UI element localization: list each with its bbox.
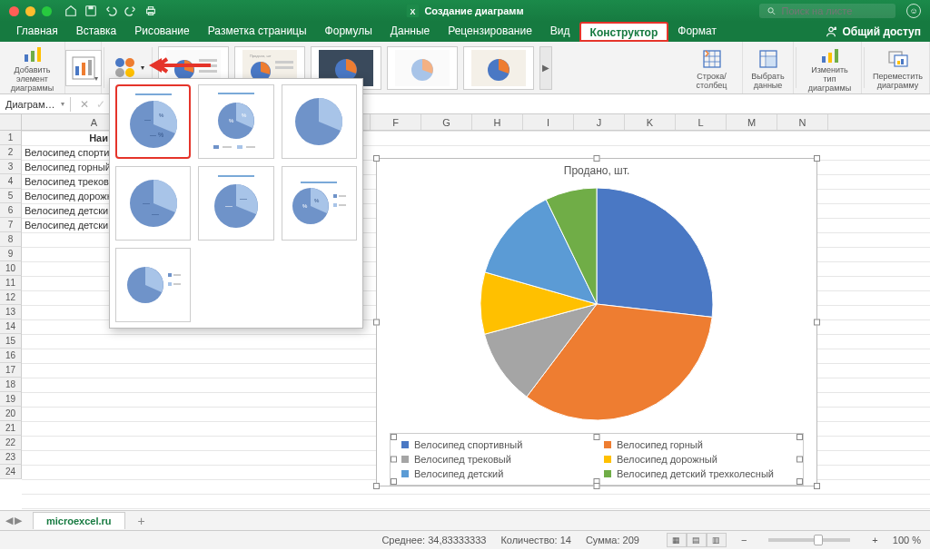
confirm-icon[interactable]: ✓: [96, 98, 105, 111]
tab-review[interactable]: Рецензирование: [439, 22, 541, 42]
column-header[interactable]: J: [574, 114, 625, 130]
close-window-icon[interactable]: [9, 6, 19, 16]
maximize-window-icon[interactable]: [42, 6, 52, 16]
chart-legend[interactable]: Велосипед спортивныйВелосипед горныйВело…: [390, 433, 804, 486]
row-header[interactable]: 8: [0, 232, 22, 247]
legend-item[interactable]: Велосипед горный: [604, 439, 792, 450]
undo-icon[interactable]: [104, 5, 117, 17]
layout-option-1[interactable]: —%— %: [115, 84, 191, 159]
row-header[interactable]: 24: [0, 465, 22, 479]
embedded-chart[interactable]: Продано, шт. Велосипед спортивныйВелосип…: [376, 158, 817, 486]
row-header[interactable]: 21: [0, 421, 22, 436]
save-icon[interactable]: [84, 5, 97, 17]
change-chart-type-button[interactable]: Изменить тип диаграммы: [798, 42, 862, 93]
chart-title[interactable]: Продано, шт.: [377, 159, 816, 177]
tab-data[interactable]: Данные: [381, 22, 439, 42]
add-chart-element-button[interactable]: Добавить элемент диаграммы: [0, 42, 65, 93]
zoom-in-icon[interactable]: +: [872, 535, 877, 545]
gallery-next-icon[interactable]: ▶: [539, 46, 552, 90]
legend-item[interactable]: Велосипед трековый: [401, 454, 589, 465]
sheet-tab[interactable]: microexcel.ru: [33, 512, 125, 529]
column-header[interactable]: F: [371, 114, 421, 130]
select-data-button[interactable]: Выбрать данные: [743, 42, 794, 93]
cell[interactable]: Велосипед спортивный: [22, 145, 111, 160]
view-page-break-icon[interactable]: ▥: [707, 533, 727, 547]
tab-chart-design[interactable]: Конструктор: [579, 22, 669, 42]
row-header[interactable]: 6: [0, 203, 22, 218]
quick-layout-button[interactable]: ▾: [65, 42, 102, 93]
row-header[interactable]: 2: [0, 145, 22, 160]
column-header[interactable]: K: [625, 114, 676, 130]
zoom-slider[interactable]: [768, 538, 850, 542]
tab-draw[interactable]: Рисование: [125, 22, 198, 42]
legend-item[interactable]: Велосипед детский трехколесный: [604, 468, 792, 479]
layout-option-5[interactable]: ——: [198, 166, 273, 241]
row-header[interactable]: 17: [0, 363, 22, 378]
row-header[interactable]: 14: [0, 319, 22, 334]
tab-format[interactable]: Формат: [668, 22, 726, 42]
chart-style-4[interactable]: [387, 46, 458, 90]
layout-option-3[interactable]: [282, 84, 357, 159]
row-header[interactable]: 23: [0, 450, 22, 465]
column-header[interactable]: L: [676, 114, 727, 130]
layout-option-7[interactable]: [115, 248, 191, 322]
column-header[interactable]: H: [472, 114, 523, 130]
tab-formulas[interactable]: Формулы: [316, 22, 381, 42]
feedback-icon[interactable]: ☺: [906, 4, 921, 18]
share-button[interactable]: Общий доступ: [825, 22, 921, 42]
row-header[interactable]: 20: [0, 407, 22, 421]
sheet-search[interactable]: [759, 4, 895, 18]
chart-style-5[interactable]: [463, 46, 534, 90]
tab-view[interactable]: Вид: [541, 22, 579, 42]
cell[interactable]: Велосипед дорожный: [22, 189, 111, 203]
column-header[interactable]: G: [421, 114, 472, 130]
cell[interactable]: Велосипед трековый: [22, 174, 111, 189]
select-all-corner[interactable]: [0, 114, 22, 131]
tab-insert[interactable]: Вставка: [67, 22, 126, 42]
zoom-level[interactable]: 100 %: [893, 535, 921, 545]
cell[interactable]: Велосипед детский: [22, 203, 111, 218]
row-header[interactable]: 16: [0, 349, 22, 363]
tab-page-layout[interactable]: Разметка страницы: [199, 22, 316, 42]
row-header[interactable]: 5: [0, 189, 22, 203]
row-header[interactable]: 15: [0, 334, 22, 349]
home-icon[interactable]: [64, 5, 77, 17]
print-icon[interactable]: [144, 5, 157, 17]
zoom-out-icon[interactable]: −: [741, 535, 747, 545]
sheet-nav-next-icon[interactable]: ▶: [15, 515, 22, 526]
search-input[interactable]: [782, 5, 888, 16]
row-header[interactable]: 9: [0, 247, 22, 261]
view-page-layout-icon[interactable]: ▤: [687, 533, 707, 547]
cancel-icon[interactable]: ✕: [80, 98, 89, 111]
legend-item[interactable]: Велосипед спортивный: [401, 439, 589, 450]
row-header[interactable]: 22: [0, 436, 22, 450]
row-header[interactable]: 3: [0, 160, 22, 174]
row-header[interactable]: 12: [0, 290, 22, 305]
column-header[interactable]: N: [777, 114, 828, 130]
sheet-nav-prev-icon[interactable]: ◀: [5, 515, 13, 526]
cell[interactable]: Велосипед горный: [22, 160, 111, 174]
legend-item[interactable]: Велосипед детский: [401, 468, 589, 479]
switch-row-col-button[interactable]: Строка/столбец: [681, 42, 743, 93]
row-header[interactable]: 13: [0, 305, 22, 319]
row-header[interactable]: 10: [0, 261, 22, 276]
add-sheet-button[interactable]: +: [131, 514, 153, 528]
name-box[interactable]: Диаграм…▾: [0, 97, 71, 112]
minimize-window-icon[interactable]: [25, 6, 35, 16]
layout-option-6[interactable]: %%: [282, 166, 357, 241]
layout-option-4[interactable]: ——: [115, 166, 191, 241]
redo-icon[interactable]: [124, 5, 137, 17]
cell[interactable]: Наи: [22, 131, 111, 145]
tab-home[interactable]: Главная: [7, 22, 67, 42]
view-normal-icon[interactable]: ▦: [667, 533, 687, 547]
row-header[interactable]: 18: [0, 378, 22, 392]
row-header[interactable]: 1: [0, 131, 22, 145]
column-header[interactable]: M: [727, 114, 777, 130]
move-chart-button[interactable]: Переместить диаграмму: [866, 42, 930, 93]
pie-chart[interactable]: [475, 182, 718, 426]
row-header[interactable]: 19: [0, 392, 22, 407]
row-header[interactable]: 7: [0, 218, 22, 232]
row-header[interactable]: 11: [0, 276, 22, 290]
legend-item[interactable]: Велосипед дорожный: [604, 454, 792, 465]
column-header[interactable]: I: [523, 114, 574, 130]
